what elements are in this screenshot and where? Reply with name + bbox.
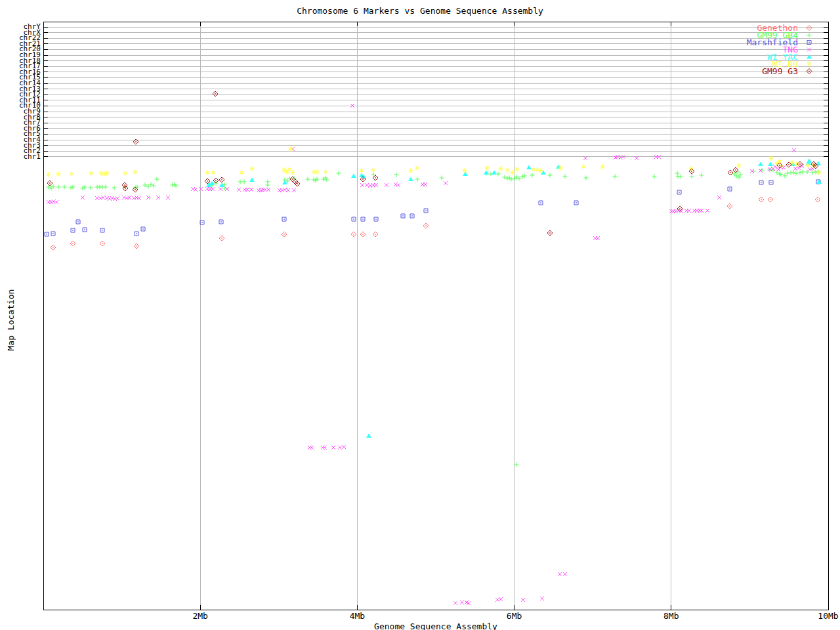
point-tng bbox=[194, 188, 198, 192]
point-tng bbox=[521, 598, 525, 602]
point-tng bbox=[396, 183, 400, 187]
point-tng bbox=[808, 167, 812, 171]
point-tng bbox=[674, 209, 678, 213]
point-tng bbox=[423, 182, 427, 186]
point-tng bbox=[116, 196, 119, 200]
legend-label-gm99-g3: GM99 G3 bbox=[762, 68, 798, 75]
legend-symbol-genethon bbox=[802, 24, 816, 32]
point-tng bbox=[687, 209, 691, 213]
point-wi-rh bbox=[205, 170, 210, 175]
point-gm99-gb4 bbox=[104, 185, 108, 190]
y-tick-label-chr1: chr1 bbox=[0, 154, 41, 160]
point-marshfield bbox=[677, 190, 681, 194]
point-tng bbox=[619, 156, 623, 159]
point-gm99-gb4 bbox=[71, 185, 75, 190]
point-marshfield bbox=[374, 217, 378, 221]
point-tng bbox=[292, 188, 296, 192]
point-gm99-gb4 bbox=[810, 171, 815, 175]
point-tng bbox=[365, 183, 369, 187]
point-gm99-gb4 bbox=[801, 170, 805, 175]
plot-border bbox=[43, 22, 828, 610]
point-gm99-g3 bbox=[547, 230, 553, 236]
point-wi-yac bbox=[219, 183, 224, 188]
point-tng bbox=[81, 196, 85, 200]
point-wi-rh bbox=[532, 167, 536, 172]
point-marshfield bbox=[45, 232, 49, 236]
legend-marker-wi-yac bbox=[807, 54, 812, 59]
point-wi-rh bbox=[240, 170, 244, 175]
point-gm99-gb4 bbox=[415, 177, 420, 182]
point-gm99-gb4 bbox=[62, 185, 67, 190]
point-genethon bbox=[351, 232, 356, 237]
point-tng bbox=[700, 209, 704, 213]
point-gm99-gb4 bbox=[522, 174, 527, 178]
point-tng bbox=[385, 183, 388, 187]
point-wi-yac bbox=[807, 159, 812, 163]
point-genethon bbox=[70, 241, 75, 246]
point-wi-rh bbox=[485, 165, 490, 171]
point-genethon bbox=[759, 197, 764, 202]
x-tick-label-8Mb: 8Mb bbox=[652, 611, 691, 621]
point-gm99-g3 bbox=[213, 91, 218, 96]
point-wi-rh bbox=[536, 167, 540, 173]
point-tng bbox=[563, 572, 567, 576]
point-genethon bbox=[100, 241, 105, 246]
point-gm99-gb4 bbox=[563, 175, 568, 179]
point-marshfield bbox=[361, 217, 365, 221]
point-gm99-gb4 bbox=[700, 173, 704, 178]
point-marshfield bbox=[728, 187, 732, 191]
point-gm99-gb4 bbox=[584, 176, 589, 180]
point-tng bbox=[54, 200, 58, 204]
legend-marker-wi-rh bbox=[807, 61, 812, 66]
point-marshfield bbox=[401, 214, 405, 218]
point-genethon bbox=[360, 232, 366, 237]
point-genethon bbox=[815, 197, 820, 202]
point-marshfield bbox=[219, 220, 223, 224]
point-tng bbox=[280, 188, 284, 192]
x-tick-label-4Mb: 4Mb bbox=[337, 611, 377, 621]
point-marshfield bbox=[282, 217, 286, 221]
point-tng bbox=[310, 446, 314, 450]
point-wi-rh bbox=[409, 168, 413, 173]
point-marshfield bbox=[424, 209, 428, 213]
point-gm99-gb4 bbox=[690, 175, 694, 179]
point-gm99-g3 bbox=[219, 177, 224, 182]
point-marshfield bbox=[141, 227, 145, 231]
point-tng bbox=[338, 446, 342, 450]
point-wi-yac bbox=[282, 180, 287, 185]
legend-symbol-tng bbox=[802, 46, 816, 53]
point-tng bbox=[677, 209, 681, 213]
point-marshfield bbox=[76, 220, 80, 224]
point-wi-yac bbox=[484, 171, 489, 175]
point-tng bbox=[49, 200, 53, 204]
point-tng bbox=[793, 167, 797, 171]
point-gm99-gb4 bbox=[679, 175, 683, 179]
point-gm99-gb4 bbox=[440, 176, 444, 180]
point-wi-rh bbox=[737, 163, 742, 168]
point-tng bbox=[266, 188, 270, 192]
point-marshfield bbox=[769, 180, 773, 184]
legend-marker-tng bbox=[807, 47, 811, 51]
point-tng bbox=[166, 196, 170, 200]
point-gm99-gb4 bbox=[371, 173, 376, 177]
legend-symbol-marshfield bbox=[802, 39, 816, 46]
point-wi-yac bbox=[758, 162, 763, 167]
point-tng bbox=[558, 572, 562, 576]
point-gm99-gb4 bbox=[514, 463, 519, 467]
point-tng bbox=[219, 187, 222, 191]
point-wi-rh bbox=[211, 170, 216, 175]
point-gm99-g3 bbox=[728, 170, 733, 175]
point-tng bbox=[146, 196, 150, 200]
point-gm99-gb4 bbox=[337, 171, 341, 176]
point-gm99-gb4 bbox=[112, 186, 117, 190]
point-marshfield bbox=[410, 214, 414, 218]
point-wi-rh bbox=[250, 166, 255, 171]
point-tng bbox=[132, 196, 136, 200]
point-marshfield bbox=[759, 180, 763, 184]
point-wi-rh bbox=[324, 169, 328, 175]
point-tng bbox=[698, 209, 702, 213]
point-gm99-gb4 bbox=[652, 175, 657, 179]
legend-marker-gm99-g3 bbox=[807, 68, 812, 74]
point-gm99-gb4 bbox=[266, 183, 270, 188]
point-genethon bbox=[282, 232, 287, 237]
